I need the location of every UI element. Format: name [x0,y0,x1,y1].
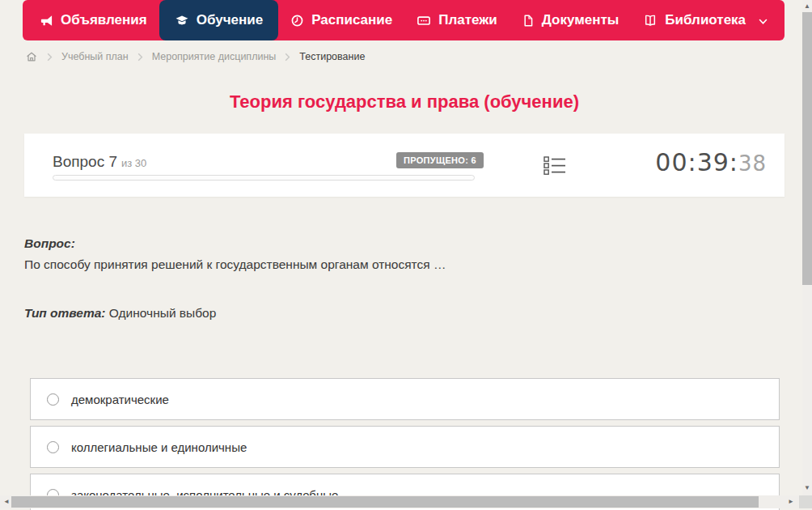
timer: 00:39:38 [655,148,767,176]
page: Объявления Обучение Расписание Платежи Д… [0,0,812,510]
question-list-button[interactable] [543,155,567,176]
top-navbar: Объявления Обучение Расписание Платежи Д… [23,0,785,40]
answer-option-label: демократические [71,393,169,406]
scroll-up-arrow[interactable]: ▲ [802,3,812,10]
question-progress-bar [53,175,475,181]
scroll-left-arrow[interactable]: ◄ [2,499,11,505]
answer-type-row: Тип ответа: Одиночный выбор [24,306,216,321]
question-number-label: Вопрос 7 [53,153,117,170]
horizontal-scrollbar[interactable]: ◄ ► [0,495,799,508]
question-list-icon [543,166,566,178]
answer-option[interactable]: коллегиальные и единоличные [30,426,780,468]
radio-button[interactable] [47,393,59,406]
answer-option[interactable]: демократические [30,378,780,420]
page-title: Теория государства и права (обучение) [0,91,809,113]
question-text: По способу принятия решений к государств… [24,257,768,272]
nav-item-label: Документы [542,12,620,28]
breadcrumb-separator-icon [137,53,143,62]
horizontal-scrollbar-thumb[interactable] [11,496,759,508]
nav-item-documents[interactable]: Документы [510,0,632,40]
question-number: Вопрос 7из 30 [53,153,146,171]
answer-type-label: Тип ответа: [24,306,106,320]
document-icon [522,14,535,28]
nav-item-payments[interactable]: Платежи [404,0,510,40]
credit-card-icon [417,14,431,28]
nav-item-announcements[interactable]: Объявления [27,0,159,40]
radio-button[interactable] [47,441,59,453]
nav-item-label: Объявления [61,12,147,28]
question-header-card: Вопрос 7из 30 ПРОПУЩЕНО: 6 00:39:38 [24,134,785,197]
nav-item-label: Обучение [197,12,263,28]
clock-icon [290,14,304,28]
question-of-total: из 30 [121,157,146,169]
nav-item-learning[interactable]: Обучение [159,0,278,40]
nav-item-library[interactable]: Библиотека [631,0,780,40]
breadcrumb-separator-icon [285,53,290,62]
answer-option-label: коллегиальные и единоличные [71,440,247,454]
scroll-right-arrow[interactable]: ► [786,499,796,505]
timer-minutes: 00:39: [655,148,738,176]
home-icon[interactable] [25,50,38,63]
answer-type-value: Одиночный выбор [109,306,217,320]
breadcrumb-item-discipline-event[interactable]: Мероприятие дисциплины [152,51,277,62]
skipped-badge: ПРОПУЩЕНО: 6 [396,152,484,168]
question-label: Вопрос: [24,236,75,251]
chevron-down-icon [759,19,768,25]
nav-item-label: Расписание [311,12,392,28]
graduation-cap-icon [175,14,189,28]
scroll-down-arrow[interactable]: ▼ [802,485,812,491]
vertical-scrollbar[interactable]: ▲ ▼ [802,0,812,495]
timer-seconds: 38 [738,151,767,176]
nav-item-label: Библиотека [665,12,746,28]
breadcrumb-item-testing: Тестирование [299,51,365,62]
open-book-icon [643,14,658,28]
breadcrumb-separator-icon [47,53,53,62]
vertical-scrollbar-thumb[interactable] [802,12,812,285]
nav-item-schedule[interactable]: Расписание [278,0,404,40]
scrollbar-corner [799,495,812,508]
megaphone-icon [40,14,53,28]
breadcrumb: Учебный план Мероприятие дисциплины Тест… [25,50,365,63]
breadcrumb-item-curriculum[interactable]: Учебный план [61,51,129,62]
nav-item-label: Платежи [438,12,497,28]
